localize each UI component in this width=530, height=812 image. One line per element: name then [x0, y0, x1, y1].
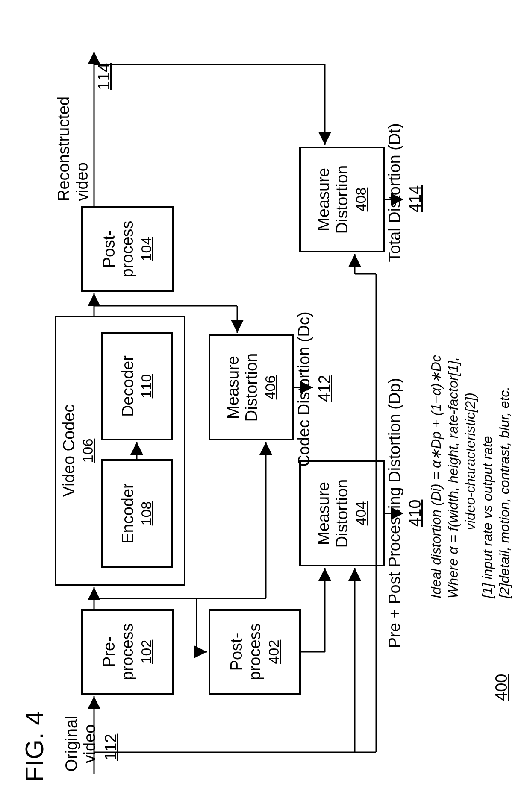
connectors [0, 0, 530, 812]
